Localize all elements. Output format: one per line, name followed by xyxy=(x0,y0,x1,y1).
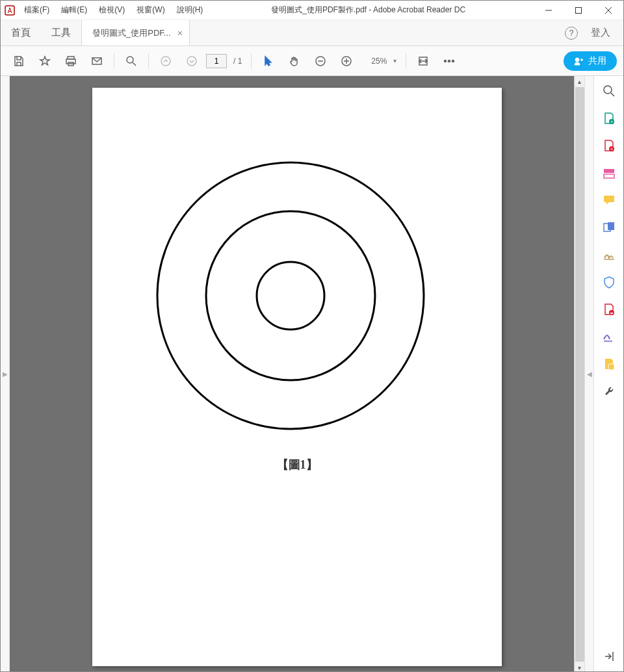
pdf-page: 【圖1】 xyxy=(92,88,502,666)
svg-rect-42 xyxy=(608,364,614,370)
protect-icon[interactable] xyxy=(602,275,616,289)
vertical-scrollbar[interactable]: ▴ ▾ xyxy=(574,76,584,671)
svg-point-26 xyxy=(157,162,424,429)
right-tools-panel: + + xyxy=(593,76,623,671)
zoom-dropdown-icon[interactable]: ▾ xyxy=(389,57,400,64)
document-viewport[interactable]: 【圖1】 ▴ ▾ xyxy=(10,76,584,671)
svg-point-22 xyxy=(452,60,454,62)
more-tools-icon[interactable] xyxy=(437,49,461,73)
share-button-label: 共用 xyxy=(588,55,606,67)
zoom-out-icon[interactable] xyxy=(309,49,332,73)
svg-rect-7 xyxy=(66,59,75,64)
svg-point-13 xyxy=(187,57,196,66)
tab-tools[interactable]: 工具 xyxy=(41,20,81,45)
sign-icon[interactable] xyxy=(602,248,616,262)
svg-point-27 xyxy=(206,211,375,380)
fit-width-icon[interactable] xyxy=(411,49,435,73)
app-icon: A xyxy=(1,1,19,19)
login-link[interactable]: 登入 xyxy=(591,27,610,39)
svg-point-20 xyxy=(445,60,447,62)
share-button[interactable]: 共用 xyxy=(564,51,617,71)
save-icon[interactable] xyxy=(7,49,31,73)
minimize-button[interactable] xyxy=(534,1,564,20)
convert-icon[interactable] xyxy=(602,357,616,371)
svg-text:+: + xyxy=(610,119,613,125)
edit-pdf-icon[interactable] xyxy=(602,166,616,180)
email-icon[interactable] xyxy=(85,49,109,73)
fill-sign-icon[interactable] xyxy=(602,330,616,344)
svg-line-11 xyxy=(133,62,136,66)
svg-point-23 xyxy=(575,58,579,62)
tab-document-label: 發明圖式_使用PDF... xyxy=(92,27,171,39)
figure-label: 【圖1】 xyxy=(92,457,502,472)
comment-icon[interactable] xyxy=(602,193,616,207)
svg-point-28 xyxy=(257,262,324,330)
svg-point-21 xyxy=(448,60,450,62)
svg-point-10 xyxy=(127,57,133,63)
figure-circles xyxy=(92,88,502,452)
titlebar: A 檔案(F) 編輯(E) 檢視(V) 視窗(W) 說明(H) 發明圖式_使用P… xyxy=(1,1,623,20)
right-rail-toggle[interactable]: ◀ xyxy=(584,76,593,671)
svg-line-30 xyxy=(611,93,614,96)
page-total-label: / 1 xyxy=(229,57,246,66)
create-pdf-icon[interactable]: + xyxy=(602,138,616,153)
menubar: 檔案(F) 編輯(E) 檢視(V) 視窗(W) 說明(H) xyxy=(19,5,203,16)
menu-help[interactable]: 說明(H) xyxy=(177,5,203,16)
export-pdf-icon[interactable]: + xyxy=(602,111,616,125)
search-tool-icon[interactable] xyxy=(602,84,616,98)
combine-files-icon[interactable] xyxy=(602,220,616,235)
zoom-value[interactable]: 25% xyxy=(361,57,387,66)
scroll-up-arrow[interactable]: ▴ xyxy=(575,76,584,86)
menu-window[interactable]: 視窗(W) xyxy=(136,5,164,16)
svg-rect-3 xyxy=(576,7,582,13)
page-down-icon[interactable] xyxy=(180,49,203,73)
svg-rect-36 xyxy=(604,174,614,178)
zoom-in-icon[interactable] xyxy=(335,49,358,73)
scrollbar-thumb[interactable] xyxy=(575,87,584,662)
tabbar: 首頁 工具 發明圖式_使用PDF... × ? 登入 xyxy=(1,20,623,46)
selection-tool-icon[interactable] xyxy=(257,49,280,73)
hand-tool-icon[interactable] xyxy=(283,49,306,73)
svg-text:+: + xyxy=(610,146,613,152)
window-controls xyxy=(534,1,623,20)
svg-rect-38 xyxy=(608,222,614,230)
menu-edit[interactable]: 編輯(E) xyxy=(61,5,87,16)
toolbar: / 1 25% ▾ 共用 xyxy=(1,46,623,76)
tab-document[interactable]: 發明圖式_使用PDF... × xyxy=(81,20,190,45)
menu-file[interactable]: 檔案(F) xyxy=(24,5,49,16)
svg-point-29 xyxy=(604,86,612,94)
collapse-panel-icon[interactable] xyxy=(602,649,616,664)
tab-close-icon[interactable]: × xyxy=(177,28,183,38)
page-number-input[interactable] xyxy=(206,54,227,68)
window-title: 發明圖式_使用PDF製作.pdf - Adobe Acrobat Reader … xyxy=(203,5,534,16)
share-person-icon xyxy=(574,57,583,66)
page-up-icon[interactable] xyxy=(154,49,177,73)
maximize-button[interactable] xyxy=(564,1,593,20)
svg-text:A: A xyxy=(8,7,12,14)
left-rail-toggle[interactable]: ▶ xyxy=(1,76,10,671)
close-button[interactable] xyxy=(593,1,623,20)
svg-point-12 xyxy=(161,57,170,66)
menu-view[interactable]: 檢視(V) xyxy=(99,5,125,16)
scroll-down-arrow[interactable]: ▾ xyxy=(575,662,584,671)
svg-rect-35 xyxy=(604,169,614,173)
tab-home[interactable]: 首頁 xyxy=(1,20,41,45)
print-icon[interactable] xyxy=(59,49,83,73)
main-area: ▶ 【圖1】 ▴ ▾ ◀ + + xyxy=(1,76,623,671)
more-tools-wrench-icon[interactable] xyxy=(602,384,616,398)
star-icon[interactable] xyxy=(33,49,57,73)
compress-icon[interactable] xyxy=(602,302,616,317)
help-icon[interactable]: ? xyxy=(565,27,578,40)
search-icon[interactable] xyxy=(120,49,143,73)
